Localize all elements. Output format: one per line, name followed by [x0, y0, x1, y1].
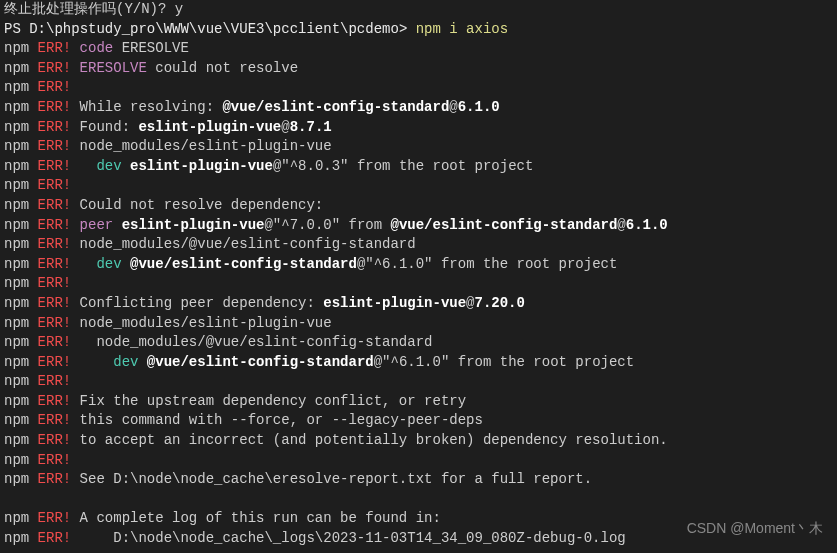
- log-line: npm ERR! node_modules/@vue/eslint-config…: [4, 333, 833, 353]
- npm-label: npm: [4, 119, 38, 135]
- log-line: npm ERR! ERESOLVE could not resolve: [4, 59, 833, 79]
- partial-top-line: 终止批处理操作吗(Y/N)? y: [4, 0, 833, 20]
- npm-label: npm: [4, 530, 38, 546]
- at: @: [617, 217, 625, 233]
- npm-label: npm: [4, 510, 38, 526]
- log-line: npm ERR! See D:\node\node_cache\eresolve…: [4, 470, 833, 490]
- pkg: @vue/eslint-config-standard: [222, 99, 449, 115]
- msg: See D:\node\node_cache\eresolve-report.t…: [71, 471, 592, 487]
- log-line: npm ERR! peer eslint-plugin-vue@"^7.0.0"…: [4, 216, 833, 236]
- peer: peer: [71, 217, 121, 233]
- npm-label: npm: [4, 471, 38, 487]
- err-label: ERR!: [38, 510, 72, 526]
- err-label: ERR!: [38, 99, 72, 115]
- sep: >: [399, 21, 416, 37]
- err-label: ERR!: [38, 412, 72, 428]
- msg: A complete log of this run can be found …: [71, 510, 441, 526]
- terminal-output[interactable]: 终止批处理操作吗(Y/N)? y PS D:\phpstudy_pro\WWW\…: [0, 0, 837, 549]
- log-line: npm ERR!: [4, 274, 833, 294]
- log-line: npm ERR! node_modules/eslint-plugin-vue: [4, 314, 833, 334]
- npm-label: npm: [4, 373, 38, 389]
- at: @: [281, 119, 289, 135]
- command: npm i axios: [416, 21, 508, 37]
- log-line: npm ERR!: [4, 451, 833, 471]
- log-line: npm ERR! this command with --force, or -…: [4, 411, 833, 431]
- log-line: npm ERR! Could not resolve dependency:: [4, 196, 833, 216]
- log-line: npm ERR! Conflicting peer dependency: es…: [4, 294, 833, 314]
- sp: [122, 158, 130, 174]
- log-line: npm ERR! node_modules/eslint-plugin-vue: [4, 137, 833, 157]
- path: D:\phpstudy_pro\WWW\vue\VUE3\pcclient\pc…: [29, 21, 399, 37]
- msg: node_modules/eslint-plugin-vue: [71, 315, 331, 331]
- log-line: npm ERR! code ERESOLVE: [4, 39, 833, 59]
- pkg: eslint-plugin-vue: [323, 295, 466, 311]
- msg: node_modules/@vue/eslint-config-standard: [71, 334, 432, 350]
- log-line: npm ERR! Fix the upstream dependency con…: [4, 392, 833, 412]
- range: @"^7.0.0": [264, 217, 340, 233]
- pkg: @vue/eslint-config-standard: [147, 354, 374, 370]
- indent: [71, 158, 96, 174]
- err-label: ERR!: [38, 217, 72, 233]
- msg: D:\node\node_cache\_logs\2023-11-03T14_3…: [71, 530, 626, 546]
- npm-label: npm: [4, 432, 38, 448]
- npm-label: npm: [4, 158, 38, 174]
- pkg: eslint-plugin-vue: [138, 119, 281, 135]
- range: @"^8.0.3": [273, 158, 349, 174]
- msg: could not resolve: [147, 60, 298, 76]
- msg: Fix the upstream dependency conflict, or…: [71, 393, 466, 409]
- err-label: ERR!: [38, 177, 72, 193]
- log-line: npm ERR!: [4, 372, 833, 392]
- err-label: ERR!: [38, 79, 72, 95]
- log-line: npm ERR! dev @vue/eslint-config-standard…: [4, 353, 833, 373]
- sp: [138, 354, 146, 370]
- dev: dev: [113, 354, 138, 370]
- log-line: npm ERR! Found: eslint-plugin-vue@8.7.1: [4, 118, 833, 138]
- err-label: ERR!: [38, 119, 72, 135]
- msg: Found:: [71, 119, 138, 135]
- npm-label: npm: [4, 79, 38, 95]
- err-label: ERR!: [38, 432, 72, 448]
- log-line: npm ERR! node_modules/@vue/eslint-config…: [4, 235, 833, 255]
- log-line: npm ERR! dev @vue/eslint-config-standard…: [4, 255, 833, 275]
- range: @"^6.1.0": [374, 354, 450, 370]
- npm-label: npm: [4, 315, 38, 331]
- ver: 6.1.0: [458, 99, 500, 115]
- pkg: @vue/eslint-config-standard: [391, 217, 618, 233]
- msg: Could not resolve dependency:: [71, 197, 323, 213]
- npm-label: npm: [4, 236, 38, 252]
- err-label: ERR!: [38, 315, 72, 331]
- log-line: npm ERR! to accept an incorrect (and pot…: [4, 431, 833, 451]
- err-label: ERR!: [38, 334, 72, 350]
- err-label: ERR!: [38, 275, 72, 291]
- from: from: [340, 217, 390, 233]
- ver: 6.1.0: [626, 217, 668, 233]
- npm-label: npm: [4, 197, 38, 213]
- npm-label: npm: [4, 256, 38, 272]
- log-line: npm ERR!: [4, 78, 833, 98]
- indent: [71, 256, 96, 272]
- err-label: ERR!: [38, 373, 72, 389]
- err-label: ERR!: [38, 354, 72, 370]
- dev: dev: [96, 256, 121, 272]
- err-label: ERR!: [38, 530, 72, 546]
- err-label: ERR!: [38, 158, 72, 174]
- npm-label: npm: [4, 295, 38, 311]
- log-line: npm ERR!: [4, 176, 833, 196]
- err-label: ERR!: [38, 40, 72, 56]
- err-label: ERR!: [38, 138, 72, 154]
- dev: dev: [96, 158, 121, 174]
- from: from the root project: [349, 158, 534, 174]
- blank-line: [4, 490, 833, 510]
- indent: [71, 354, 113, 370]
- pkg: eslint-plugin-vue: [122, 217, 265, 233]
- msg: node_modules/@vue/eslint-config-standard: [71, 236, 415, 252]
- err-label: ERR!: [38, 60, 72, 76]
- pkg: eslint-plugin-vue: [130, 158, 273, 174]
- npm-label: npm: [4, 60, 38, 76]
- eresolve: ERESOLVE: [71, 60, 147, 76]
- npm-label: npm: [4, 452, 38, 468]
- log-line: npm ERR! dev eslint-plugin-vue@"^8.0.3" …: [4, 157, 833, 177]
- ps: PS: [4, 21, 29, 37]
- err-label: ERR!: [38, 295, 72, 311]
- code-label: code: [71, 40, 121, 56]
